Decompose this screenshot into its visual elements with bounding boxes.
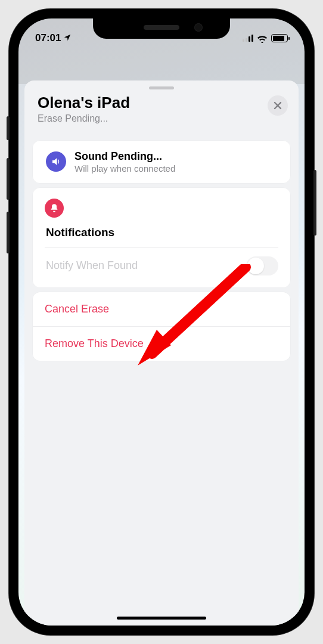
cellular-signal-icon	[243, 35, 253, 42]
wifi-icon	[257, 34, 268, 42]
status-time: 07:01	[35, 32, 61, 44]
sheet-subtitle: Erase Pending...	[38, 113, 130, 124]
sheet-title: Olena's iPad	[38, 94, 130, 112]
close-button[interactable]	[268, 95, 288, 116]
volume-up-button	[7, 158, 10, 200]
bell-icon	[45, 199, 64, 218]
screen: 07:01 Olena's iPad Erase Pending...	[18, 18, 305, 626]
notifications-heading: Notifications	[46, 226, 278, 239]
speaker-icon	[46, 151, 66, 172]
sound-pending-subtitle: Will play when connected	[74, 163, 175, 174]
device-sheet: Olena's iPad Erase Pending... Sound Pend…	[24, 80, 299, 626]
cancel-erase-button[interactable]: Cancel Erase	[33, 292, 290, 326]
battery-icon	[271, 34, 288, 42]
location-icon	[63, 33, 72, 44]
notify-when-found-label: Notify When Found	[46, 259, 138, 272]
close-icon	[274, 101, 282, 110]
mute-switch	[7, 116, 10, 140]
notch	[93, 18, 230, 39]
notify-when-found-toggle[interactable]	[246, 256, 278, 275]
volume-down-button	[7, 212, 10, 253]
notifications-card: Notifications Notify When Found	[33, 188, 290, 287]
remove-device-button[interactable]: Remove This Device	[33, 327, 290, 361]
sheet-grabber[interactable]	[149, 86, 174, 89]
notify-when-found-row: Notify When Found	[45, 248, 278, 284]
power-button	[313, 170, 316, 236]
sound-pending-card: Sound Pending... Will play when connecte…	[33, 141, 290, 183]
sound-pending-title: Sound Pending...	[74, 150, 175, 163]
actions-card: Cancel Erase Remove This Device	[33, 292, 290, 361]
home-indicator[interactable]	[117, 617, 206, 620]
phone-frame: 07:01 Olena's iPad Erase Pending...	[9, 9, 314, 635]
